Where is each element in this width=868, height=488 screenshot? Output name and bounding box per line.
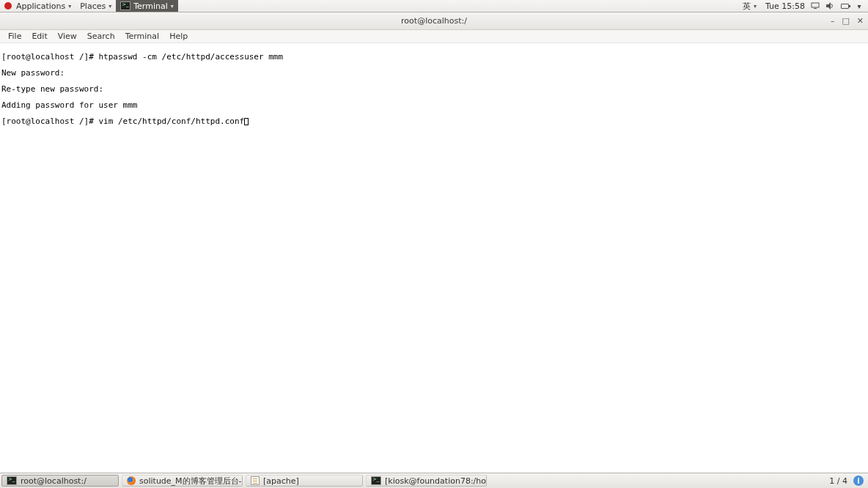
places-label: Places: [80, 1, 106, 11]
firefox-icon: [127, 476, 136, 485]
ime-indicator[interactable]: 英 ▾: [740, 0, 760, 12]
display-icon[interactable]: [811, 1, 820, 10]
terminal-line: [root@localhost /]# htpasswd -cm /etc/ht…: [1, 53, 867, 61]
info-icon[interactable]: i: [853, 476, 864, 486]
svg-rect-1: [814, 8, 817, 9]
window-maximize-button[interactable]: □: [842, 16, 849, 26]
ime-label: 英: [743, 1, 751, 12]
document-icon: [251, 476, 260, 485]
terminal-app-label: Terminal: [133, 1, 168, 11]
taskbar-item-terminal-2[interactable]: [kiosk@foundation78:/home/kiosk...: [366, 475, 487, 487]
menu-view[interactable]: View: [53, 32, 82, 41]
taskbar-item-terminal[interactable]: root@localhost:/: [1, 475, 119, 487]
svg-rect-0: [812, 3, 819, 7]
window-minimize-button[interactable]: –: [831, 16, 835, 26]
menu-edit[interactable]: Edit: [26, 32, 52, 41]
window-title: root@localhost:/: [401, 16, 467, 26]
taskbar-item-firefox[interactable]: solitude_M的博客管理后台-51CT...: [122, 475, 243, 487]
taskbar-item-label: [kiosk@foundation78:/home/kiosk...: [385, 476, 487, 486]
terminal-icon: [120, 1, 130, 10]
taskbar-item-label: solitude_M的博客管理后台-51CT...: [139, 476, 243, 487]
chevron-down-icon: ▾: [171, 3, 174, 10]
terminal-cursor: [244, 118, 249, 125]
terminal-icon: [371, 476, 381, 485]
menu-help[interactable]: Help: [164, 32, 193, 41]
applications-label: Applications: [16, 1, 65, 11]
window-menubar: File Edit View Search Terminal Help: [0, 30, 868, 43]
workspace-indicator[interactable]: 1 / 4: [829, 476, 847, 486]
volume-icon[interactable]: [825, 1, 834, 10]
terminal-line: New password:: [1, 69, 867, 77]
bottom-panel: root@localhost:/ solitude_M的博客管理后台-51CT.…: [0, 473, 868, 488]
terminal-viewport[interactable]: [root@localhost /]# htpasswd -cm /etc/ht…: [0, 43, 868, 473]
places-menu[interactable]: Places ▾: [76, 0, 116, 12]
chevron-down-icon: ▾: [754, 3, 757, 10]
terminal-line: Adding password for user mmm: [1, 101, 867, 109]
taskbar-item-label: root@localhost:/: [21, 476, 87, 486]
top-panel: Applications ▾ Places ▾ Terminal ▾ 英 ▾ T…: [0, 0, 868, 12]
battery-icon[interactable]: [840, 1, 849, 10]
menu-search[interactable]: Search: [82, 32, 120, 41]
terminal-app-menu[interactable]: Terminal ▾: [116, 0, 178, 12]
system-menu-icon[interactable]: ▾: [855, 1, 864, 10]
window-titlebar[interactable]: root@localhost:/ – □ ✕: [0, 12, 868, 30]
applications-menu[interactable]: Applications ▾: [0, 0, 76, 12]
window-close-button[interactable]: ✕: [857, 16, 864, 26]
svg-marker-2: [826, 2, 831, 10]
distro-logo-icon: [4, 2, 12, 10]
chevron-down-icon: ▾: [68, 3, 71, 10]
taskbar-item-apache[interactable]: [apache]: [246, 475, 363, 487]
terminal-line: [root@localhost /]# vim /etc/httpd/conf/…: [1, 117, 867, 125]
terminal-icon: [7, 476, 17, 485]
taskbar-item-label: [apache]: [263, 476, 299, 486]
menu-terminal[interactable]: Terminal: [120, 32, 165, 41]
terminal-line: Re-type new password:: [1, 85, 867, 93]
clock[interactable]: Tue 15:58: [765, 1, 805, 11]
chevron-down-icon: ▾: [108, 3, 111, 10]
menu-file[interactable]: File: [3, 32, 26, 41]
